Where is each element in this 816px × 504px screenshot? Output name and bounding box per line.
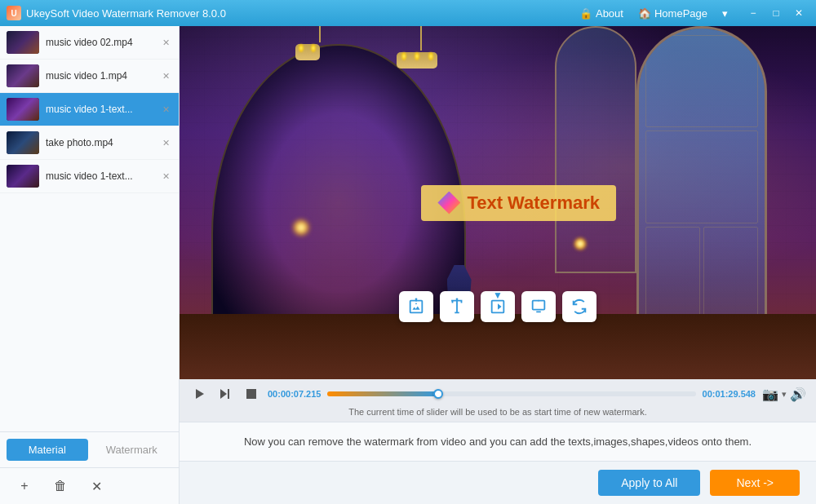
homepage-label: HomePage: [654, 7, 707, 20]
window-controls: − □ ✕: [743, 5, 809, 21]
wall-lamp-left: [294, 220, 310, 245]
progress-bar[interactable]: [327, 391, 695, 396]
about-label: About: [596, 7, 623, 20]
video-toolbar: ▼: [399, 291, 596, 322]
add-screen-icon: [521, 291, 556, 322]
tab-material[interactable]: Material: [7, 439, 88, 461]
app-icon: U: [7, 6, 21, 20]
svg-point-0: [415, 298, 418, 300]
svg-rect-4: [228, 389, 229, 399]
file-name-1: music video 1.mp4: [46, 70, 153, 82]
file-item-2[interactable]: music video 1-text... ✕: [0, 93, 179, 126]
title-bar: U UkeySoft Video Watermark Remover 8.0.0…: [0, 0, 816, 26]
file-item-1[interactable]: music video 1.mp4 ✕: [0, 60, 179, 93]
apply-to-all-button[interactable]: Apply to All: [598, 470, 700, 496]
sidebar-tabs: Material Watermark: [0, 431, 179, 467]
dropdown-chevron-icon: ▾: [722, 7, 728, 20]
play-button[interactable]: [189, 384, 209, 404]
total-time: 00:01:29.548: [703, 389, 756, 399]
watermark-logo-icon: [437, 192, 460, 214]
info-message: Now you can remove the watermark from vi…: [244, 435, 752, 448]
homepage-link[interactable]: 🏠 HomePage: [632, 6, 714, 21]
video-player: Text Watermark ▼: [180, 26, 816, 379]
add-screen-tool[interactable]: [521, 291, 556, 322]
svg-point-1: [456, 298, 459, 300]
file-name-4: music video 1-text...: [46, 170, 153, 182]
current-time: 00:00:07.215: [268, 389, 321, 399]
camera-icon[interactable]: 📷: [762, 387, 778, 402]
add-text-tool[interactable]: [440, 291, 474, 322]
video-controls: 00:00:07.215 00:01:29.548 📷 ▾ 🔊 The curr…: [180, 379, 816, 422]
wall-lamp-right: [574, 238, 591, 263]
chandelier: [397, 26, 446, 69]
about-link[interactable]: 🔒 About: [573, 6, 630, 21]
file-name-0: music video 02.mp4: [46, 37, 153, 48]
step-forward-button[interactable]: [215, 384, 235, 404]
chandelier-2: [295, 26, 344, 60]
maximize-button[interactable]: □: [765, 5, 787, 21]
dropdown-arrow[interactable]: ▾: [782, 389, 787, 400]
sidebar-actions: + 🗑 ✕: [0, 467, 179, 504]
sidebar: music video 02.mp4 ✕ music video 1.mp4 ✕…: [0, 26, 180, 504]
rotate-tool[interactable]: [562, 291, 596, 322]
nav-links: 🔒 About 🏠 HomePage ▾: [573, 6, 734, 21]
file-thumbnail-2: [7, 98, 39, 121]
progress-thumb[interactable]: [433, 389, 443, 399]
dropdown-chevron-icon: ▼: [493, 290, 503, 301]
main-content: music video 02.mp4 ✕ music video 1.mp4 ✕…: [0, 26, 816, 504]
watermark-text: Text Watermark: [467, 192, 600, 214]
arch-window-main: [636, 26, 767, 326]
watermark-overlay[interactable]: Text Watermark: [421, 185, 616, 221]
right-controls: 📷 ▾ 🔊: [762, 387, 806, 402]
video-area: Text Watermark ▼: [180, 26, 816, 504]
file-thumbnail-3: [7, 131, 39, 154]
hint-text: The current time of slider will be used …: [189, 407, 806, 417]
add-video-tool[interactable]: ▼: [481, 291, 515, 322]
delete-icon: 🗑: [54, 479, 67, 493]
add-image-tool[interactable]: [399, 291, 433, 322]
info-bar: Now you can remove the watermark from vi…: [180, 422, 816, 461]
file-item-0[interactable]: music video 02.mp4 ✕: [0, 26, 179, 60]
svg-marker-3: [220, 389, 227, 399]
delete-file-button[interactable]: 🗑: [49, 475, 72, 497]
volume-icon[interactable]: 🔊: [790, 387, 806, 402]
file-list: music video 02.mp4 ✕ music video 1.mp4 ✕…: [0, 26, 179, 431]
file-thumbnail-0: [7, 31, 39, 54]
add-text-icon: [440, 291, 474, 322]
floor: [180, 314, 816, 379]
next-button[interactable]: Next ->: [710, 470, 800, 496]
file-close-2[interactable]: ✕: [159, 103, 172, 116]
file-name-2: music video 1-text...: [46, 104, 153, 115]
clear-icon: ✕: [91, 479, 102, 494]
file-item-3[interactable]: take photo.mp4 ✕: [0, 126, 179, 160]
add-file-button[interactable]: +: [13, 475, 36, 497]
lock-icon: 🔒: [579, 7, 592, 20]
tab-watermark[interactable]: Watermark: [91, 439, 173, 461]
bottom-bar: Apply to All Next ->: [180, 461, 816, 504]
app-title: UkeySoft Video Watermark Remover 8.0.0: [26, 7, 568, 20]
svg-marker-2: [196, 389, 204, 399]
minimize-button[interactable]: −: [743, 5, 764, 21]
rotate-icon: [562, 291, 596, 322]
file-thumbnail-4: [7, 165, 39, 188]
clear-files-button[interactable]: ✕: [85, 475, 108, 497]
svg-rect-5: [246, 389, 256, 399]
file-close-3[interactable]: ✕: [159, 136, 172, 149]
add-image-icon: [399, 291, 433, 322]
file-close-4[interactable]: ✕: [159, 170, 172, 183]
file-close-1[interactable]: ✕: [159, 69, 172, 82]
file-close-0[interactable]: ✕: [159, 36, 172, 49]
file-thumbnail-1: [7, 64, 39, 87]
progress-fill: [327, 391, 437, 396]
arch-window-secondary: [555, 26, 636, 273]
dropdown-link[interactable]: ▾: [716, 6, 734, 21]
close-button[interactable]: ✕: [788, 5, 809, 21]
file-name-3: take photo.mp4: [46, 137, 153, 148]
file-item-4[interactable]: music video 1-text... ✕: [0, 160, 179, 193]
stop-button[interactable]: [242, 384, 261, 404]
controls-row: 00:00:07.215 00:01:29.548 📷 ▾ 🔊: [189, 384, 806, 404]
home-icon: 🏠: [638, 7, 651, 20]
